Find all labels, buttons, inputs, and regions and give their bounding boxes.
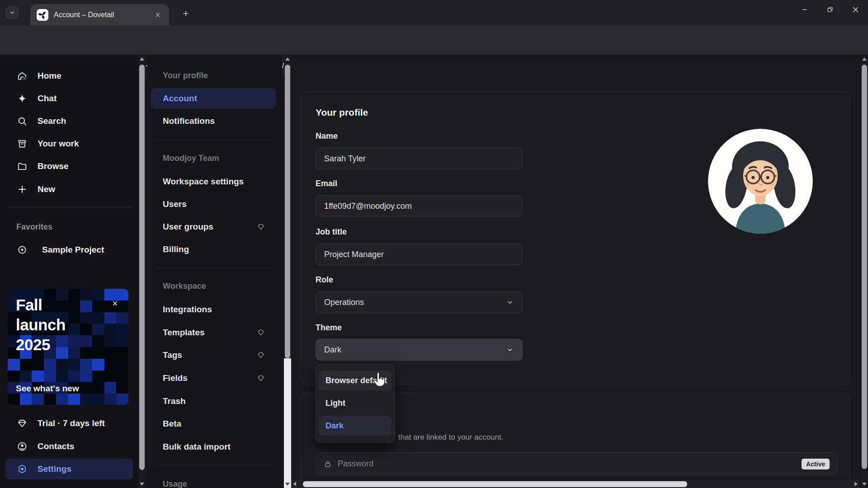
sidebar-item-home[interactable]: Home: [5, 66, 133, 86]
scrollbar-thumb[interactable]: [139, 65, 145, 470]
browser-tab[interactable]: Account – Dovetail: [30, 4, 169, 25]
gem-icon: [17, 418, 28, 429]
folder-icon: [17, 161, 28, 172]
sidebar-item-label: Your work: [38, 139, 79, 149]
tab-list-chevron-icon[interactable]: [5, 6, 19, 19]
settings-nav-divider: [155, 465, 275, 465]
settings-nav-divider: [155, 268, 275, 268]
app-sidebar: Home Chat Search Your work Browse: [0, 55, 138, 488]
tab-close-icon[interactable]: [153, 10, 163, 20]
scrollbar-track[interactable]: [284, 358, 291, 488]
email-field[interactable]: 1ffe09d7@moodjoy.com: [316, 195, 523, 217]
job-title-field[interactable]: Project Manager: [316, 244, 523, 265]
plus-icon: [17, 184, 28, 195]
theme-option-dark[interactable]: Dark: [319, 416, 392, 436]
search-icon: [17, 116, 28, 127]
profile-card: Your profile Name Sarah Tyler Email 1ffe…: [301, 91, 850, 385]
settings-nav-notifications[interactable]: Notifications: [151, 111, 276, 131]
settings-nav-bulk-data-import[interactable]: Bulk data import: [151, 436, 276, 457]
theme-select[interactable]: Dark: [316, 339, 523, 361]
sidebar-item-label: Settings: [38, 464, 71, 474]
settings-nav-integrations[interactable]: Integrations: [151, 299, 276, 320]
browser-toolbar: moodjoy-team-2h2v.dovetail.com/settings/…: [0, 25, 868, 55]
name-label: Name: [316, 131, 338, 141]
new-tab-button[interactable]: [179, 7, 193, 20]
role-select[interactable]: Operations: [316, 291, 523, 313]
settings-nav-divider: [155, 140, 275, 140]
scrollbar-thumb[interactable]: [303, 481, 687, 487]
settings-nav-tags[interactable]: Tags: [151, 345, 276, 366]
settings-nav-beta[interactable]: Beta: [151, 413, 276, 434]
settings-nav: Your profile Account Notifications Moodj…: [147, 55, 282, 488]
settings-nav-scrollbar[interactable]: [284, 55, 291, 488]
window-close-button[interactable]: [843, 0, 868, 19]
sidebar-item-sample-project[interactable]: Sample Project: [5, 239, 133, 260]
profile-card-title: Your profile: [316, 107, 368, 118]
home-icon: [17, 70, 28, 81]
sidebar-scrollbar[interactable]: [138, 55, 146, 488]
password-field[interactable]: Password Active: [316, 452, 837, 475]
promo-close-icon[interactable]: [109, 297, 121, 309]
password-placeholder: Password: [338, 459, 373, 469]
scroll-up-icon[interactable]: [862, 57, 867, 61]
chevron-down-icon: [506, 298, 514, 306]
chevron-down-icon: [506, 346, 514, 354]
window-restore-button[interactable]: [817, 0, 843, 19]
settings-section-header: Usage: [163, 479, 187, 488]
settings-nav-user-groups[interactable]: User groups: [151, 216, 276, 237]
scroll-up-icon[interactable]: [140, 57, 144, 61]
settings-nav-account[interactable]: Account: [151, 88, 276, 109]
name-field[interactable]: Sarah Tyler: [316, 148, 523, 169]
scroll-down-icon[interactable]: [285, 483, 290, 486]
settings-nav-trash[interactable]: Trash: [151, 391, 276, 412]
scroll-left-icon[interactable]: [293, 482, 296, 486]
sidebar-item-label: Home: [38, 71, 61, 81]
settings-section-header: Your profile: [163, 71, 208, 80]
sidebar-item-search[interactable]: Search: [5, 111, 133, 131]
sidebar-item-your-work[interactable]: Your work: [5, 133, 133, 154]
settings-nav-fields[interactable]: Fields: [151, 368, 276, 389]
promo-card[interactable]: Fall launch2025 See what's new: [8, 289, 128, 405]
scrollbar-thumb[interactable]: [862, 65, 867, 469]
window-minimize-button[interactable]: [792, 0, 817, 19]
settings-nav-users[interactable]: Users: [151, 194, 276, 215]
settings-hexagon-icon: [17, 464, 28, 474]
settings-nav-billing[interactable]: Billing: [151, 239, 276, 260]
scroll-up-icon[interactable]: [285, 57, 290, 61]
sidebar-item-settings[interactable]: Settings: [5, 459, 133, 479]
sidebar-item-contacts[interactable]: Contacts: [5, 436, 133, 457]
scroll-down-icon[interactable]: [862, 483, 867, 486]
settings-section-header: Moodjoy Team: [163, 154, 219, 163]
person-icon: [17, 441, 28, 452]
favorite-item-label: Sample Project: [42, 245, 104, 255]
tab-strip: Account – Dovetail: [0, 0, 868, 25]
theme-label: Theme: [316, 323, 342, 333]
sidebar-item-chat[interactable]: Chat: [5, 88, 133, 109]
settings-section-header: Workspace: [163, 282, 206, 291]
promo-title: Fall launch2025: [16, 295, 66, 355]
gem-icon: [257, 328, 265, 337]
scrollbar-thumb[interactable]: [285, 65, 290, 358]
promo-cta-link[interactable]: See what's new: [16, 384, 79, 394]
sparkle-icon: [17, 93, 28, 104]
sidebar-item-label: Chat: [38, 94, 57, 103]
scroll-down-icon[interactable]: [140, 483, 144, 486]
settings-nav-workspace-settings[interactable]: Workspace settings: [151, 171, 276, 192]
sidebar-divider: [7, 207, 131, 208]
favorites-header: Favorites: [16, 222, 52, 232]
sidebar-item-browse[interactable]: Browse: [5, 156, 133, 177]
tab-title: Account – Dovetail: [54, 11, 147, 19]
gem-icon: [257, 374, 265, 382]
archive-icon: [17, 138, 28, 149]
sidebar-item-label: Trial · 7 days left: [38, 418, 105, 428]
horizontal-scrollbar[interactable]: [291, 480, 859, 488]
theme-option-light[interactable]: Light: [319, 393, 392, 413]
sidebar-item-trial[interactable]: Trial · 7 days left: [5, 413, 133, 434]
scroll-right-icon[interactable]: [854, 482, 858, 486]
sidebar-item-new[interactable]: New: [5, 179, 133, 200]
job-title-label: Job title: [316, 227, 347, 237]
content-scrollbar[interactable]: [860, 55, 868, 488]
settings-nav-templates[interactable]: Templates: [151, 322, 276, 343]
profile-avatar[interactable]: [708, 129, 813, 234]
sidebar-item-label: Contacts: [38, 441, 74, 451]
